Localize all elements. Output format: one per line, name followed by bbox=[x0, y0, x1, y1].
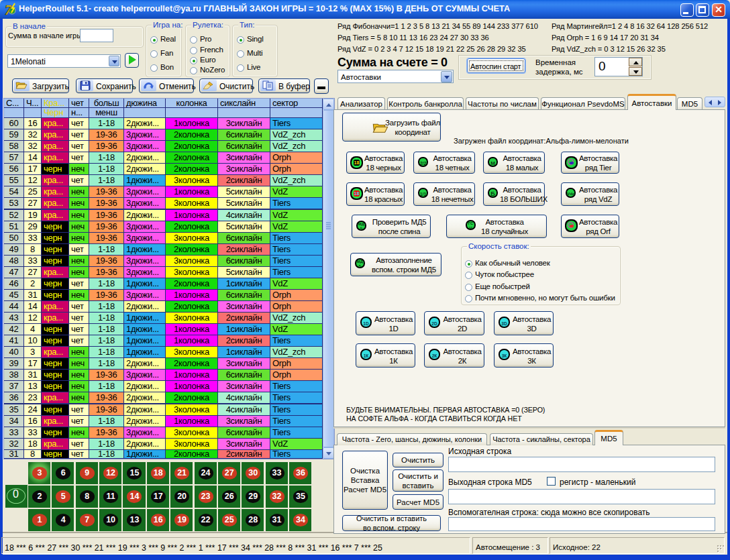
svg-text:7: 7 bbox=[5, 3, 12, 17]
